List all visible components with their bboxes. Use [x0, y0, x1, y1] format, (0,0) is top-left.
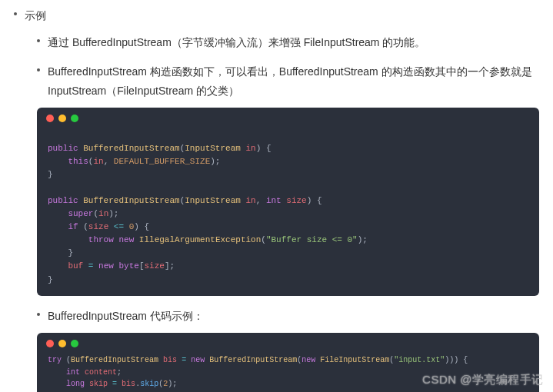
bullet-dot [37, 39, 40, 42]
close-icon[interactable] [46, 115, 54, 122]
close-icon[interactable] [46, 340, 54, 347]
minimize-icon[interactable] [58, 340, 66, 347]
item-0-text: 通过 BufferedInputStream（字节缓冲输入流）来增强 FileI… [48, 33, 425, 52]
bullet-dot [37, 68, 40, 71]
code-header [37, 333, 539, 350]
code-block-1: public BufferedInputStream(InputStream i… [37, 108, 539, 296]
bullet-dot [14, 12, 17, 15]
item-1-text: BufferedInputStream 构造函数如下，可以看出，Buffered… [48, 62, 553, 100]
list-item: BufferedInputStream 代码示例： try (BufferedI… [37, 307, 553, 392]
outer-item: 示例 通过 BufferedInputStream（字节缓冲输入流）来增强 Fi… [14, 6, 553, 392]
list-item: BufferedInputStream 构造函数如下，可以看出，Buffered… [37, 62, 553, 296]
code-block-2: try (BufferedInputStream bis = new Buffe… [37, 333, 539, 392]
list-item: 通过 BufferedInputStream（字节缓冲输入流）来增强 FileI… [37, 33, 553, 52]
nested-list: 通过 BufferedInputStream（字节缓冲输入流）来增强 FileI… [14, 33, 553, 393]
outer-label: 示例 [25, 6, 46, 25]
zoom-icon[interactable] [71, 340, 78, 347]
code-body-2[interactable]: try (BufferedInputStream bis = new Buffe… [37, 350, 539, 392]
zoom-icon[interactable] [71, 115, 78, 122]
item-2-text: BufferedInputStream 代码示例： [48, 307, 204, 326]
code-header [37, 108, 539, 125]
bullet-dot [37, 313, 40, 316]
outer-list: 示例 通过 BufferedInputStream（字节缓冲输入流）来增强 Fi… [0, 0, 553, 392]
code-body-1[interactable]: public BufferedInputStream(InputStream i… [37, 125, 539, 296]
minimize-icon[interactable] [58, 115, 66, 122]
